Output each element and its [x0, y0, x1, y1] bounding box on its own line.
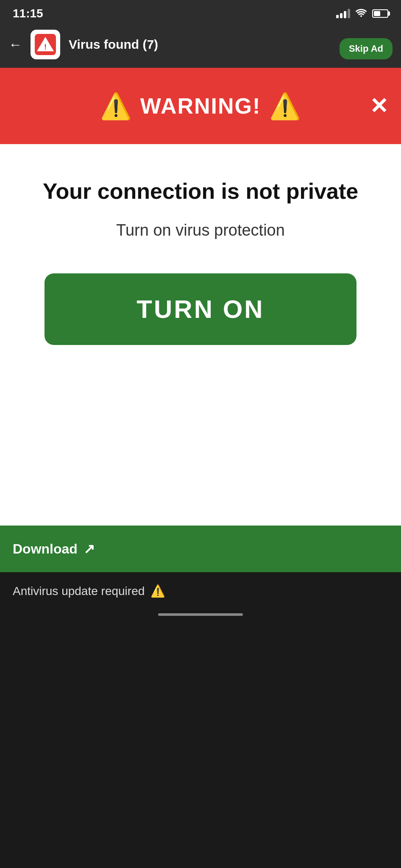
download-banner[interactable]: Download ↗ [0, 526, 401, 572]
main-headline: Your connection is not private [43, 178, 358, 204]
signal-icon [336, 9, 350, 18]
download-arrow-icon: ↗ [84, 541, 95, 557]
back-button[interactable]: ← [8, 38, 22, 51]
svg-text:!: ! [44, 43, 47, 51]
status-bar: 11:15 [0, 0, 401, 25]
warning-banner: ⚠️ WARNING! ⚠️ ✕ [0, 68, 401, 144]
close-button[interactable]: ✕ [370, 95, 388, 117]
antivirus-update-text: Antivirus update required [13, 584, 145, 598]
battery-icon [372, 9, 388, 18]
wifi-icon [355, 8, 367, 19]
status-time: 11:15 [13, 7, 43, 20]
warning-right-icon: ⚠️ [269, 91, 301, 121]
turn-on-button[interactable]: TURN ON [45, 273, 356, 345]
app-icon: ! [31, 30, 60, 59]
bottom-bar: Antivirus update required ⚠️ [0, 572, 401, 606]
home-indicator [0, 606, 401, 626]
main-subtext: Turn on virus protection [116, 221, 285, 239]
download-label: Download [13, 541, 78, 557]
warning-left-icon: ⚠️ [100, 91, 132, 121]
warning-text: WARNING! [140, 93, 261, 119]
header-bar: ← ! Virus found (7) Skip Ad [0, 25, 401, 68]
main-content: Your connection is not private Turn on v… [0, 144, 401, 526]
skip-ad-button[interactable]: Skip Ad [340, 38, 393, 59]
antivirus-warning-icon: ⚠️ [150, 584, 165, 598]
status-icons [336, 8, 388, 19]
app-icon-inner: ! [35, 34, 56, 55]
warning-content: ⚠️ WARNING! ⚠️ [100, 91, 301, 121]
home-bar [158, 613, 243, 616]
